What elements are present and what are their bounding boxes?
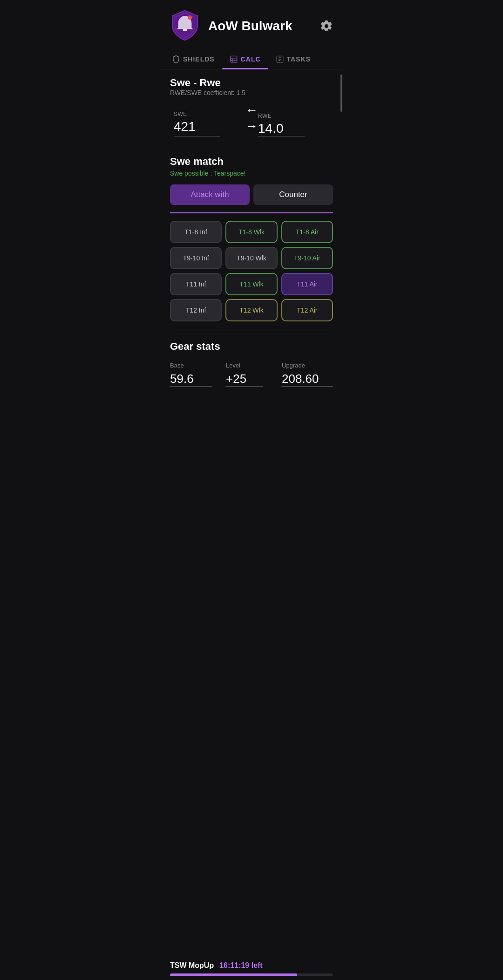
- rwe-input[interactable]: [258, 121, 305, 136]
- counter-button[interactable]: Counter: [253, 184, 333, 205]
- tab-calc[interactable]: CALC: [222, 49, 268, 69]
- swe-input[interactable]: [174, 119, 220, 136]
- app-logo: !: [168, 8, 208, 44]
- converter-row: SWE ← → RWE: [170, 104, 333, 136]
- settings-button[interactable]: [318, 18, 335, 34]
- action-underline: [170, 212, 333, 213]
- tab-tasks[interactable]: TASKS: [268, 49, 318, 69]
- tab-shields[interactable]: SHIELDS: [164, 49, 222, 69]
- tab-shields-label: SHIELDS: [183, 55, 215, 63]
- gear-level-label: Level: [226, 362, 274, 369]
- divider-1: [170, 146, 333, 146]
- gear-stat-level: Level: [226, 362, 274, 387]
- calc-title: Swe - Rwe: [170, 77, 333, 89]
- gear-stats-title: Gear stats: [170, 340, 333, 353]
- swe-field: SWE: [174, 111, 245, 136]
- gear-upgrade-label: Upgrade: [282, 362, 333, 369]
- gear-stat-base: Base: [170, 362, 218, 387]
- converter-arrows: ← →: [245, 104, 258, 136]
- rwe-label: RWE: [258, 113, 272, 119]
- troop-t12-inf[interactable]: T12 Inf: [170, 299, 222, 321]
- app-title: AoW Bulwark: [208, 19, 318, 34]
- svg-rect-3: [231, 56, 237, 62]
- swe-possible-label: Swe possible: [170, 170, 209, 177]
- calc-section: Swe - Rwe RWE/SWE coefficient: 1.5: [170, 77, 333, 96]
- troop-t1-8-inf[interactable]: T1-8 Inf: [170, 221, 222, 243]
- rwe-field: RWE: [258, 113, 329, 136]
- troop-t11-wlk[interactable]: T11 Wlk: [225, 273, 277, 295]
- tab-calc-label: CALC: [241, 55, 261, 63]
- gear-level-input[interactable]: [226, 372, 263, 387]
- troop-grid: T1-8 Inf T1-8 Wlk T1-8 Air T9-10 Inf T9-…: [170, 221, 333, 321]
- gear-upgrade-input[interactable]: [282, 372, 333, 387]
- swe-match-section: Swe match Swe possible : Tearspace! Atta…: [170, 156, 333, 321]
- gear-stat-upgrade: Upgrade: [282, 362, 333, 387]
- divider-2: [170, 331, 333, 331]
- troop-t9-10-wlk[interactable]: T9-10 Wlk: [225, 247, 277, 269]
- arrow-left-icon: ←: [245, 104, 258, 117]
- tab-bar: SHIELDS CALC TASKS: [161, 49, 342, 69]
- gear-stats-row: Base Level Upgrade: [170, 362, 333, 387]
- troop-t11-air[interactable]: T11 Air: [281, 273, 333, 295]
- swe-label: SWE: [174, 111, 187, 117]
- scrollbar-hint[interactable]: [340, 75, 342, 112]
- troop-t11-inf[interactable]: T11 Inf: [170, 273, 222, 295]
- arrow-right-icon: →: [245, 120, 258, 133]
- gear-stats-section: Gear stats Base Level Upgrade: [170, 340, 333, 387]
- coefficient-text: RWE/SWE coefficient: 1.5: [170, 89, 333, 96]
- swe-possible-row: Swe possible : Tearspace!: [170, 170, 333, 177]
- svg-text:!: !: [190, 16, 190, 20]
- troop-t9-10-air[interactable]: T9-10 Air: [281, 247, 333, 269]
- troop-t12-wlk[interactable]: T12 Wlk: [225, 299, 277, 321]
- troop-t1-8-wlk[interactable]: T1-8 Wlk: [225, 221, 277, 243]
- swe-possible-value: Tearspace!: [214, 170, 245, 177]
- troop-t12-air[interactable]: T12 Air: [281, 299, 333, 321]
- match-title: Swe match: [170, 156, 333, 168]
- main-content: Swe - Rwe RWE/SWE coefficient: 1.5 SWE ←…: [161, 69, 342, 431]
- tab-tasks-label: TASKS: [287, 55, 311, 63]
- gear-base-input[interactable]: [170, 372, 212, 387]
- header: ! AoW Bulwark: [161, 0, 342, 49]
- attack-with-button[interactable]: Attack with: [170, 184, 250, 205]
- action-buttons: Attack with Counter: [170, 184, 333, 205]
- svg-rect-0: [183, 29, 187, 31]
- troop-t1-8-air[interactable]: T1-8 Air: [281, 221, 333, 243]
- troop-t9-10-inf[interactable]: T9-10 Inf: [170, 247, 222, 269]
- gear-base-label: Base: [170, 362, 218, 369]
